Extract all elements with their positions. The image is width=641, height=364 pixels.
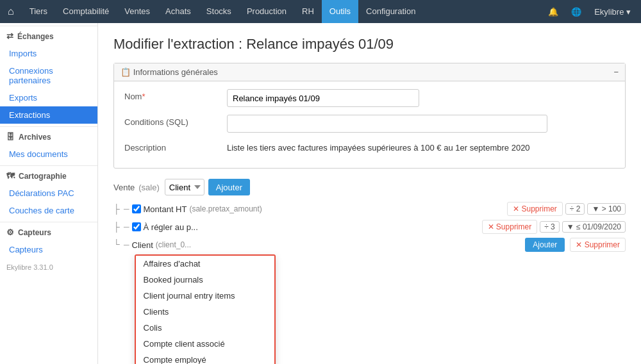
client-supprimer-btn[interactable]: ✕ Supprimer xyxy=(570,238,626,252)
echanges-label: Échanges xyxy=(17,32,54,41)
dropdown-item[interactable]: Client journal entry items xyxy=(136,288,274,304)
description-value: Liste les tiers avec factures impayées s… xyxy=(227,140,615,153)
info-panel: 📋 Informations générales − Nom* Conditio… xyxy=(113,63,626,169)
conditions-label: Conditions (SQL) xyxy=(124,115,227,127)
dropdown-item[interactable]: Colis xyxy=(136,320,274,336)
sidebar-item-extractions[interactable]: Extractions xyxy=(0,106,97,124)
nav-ventes[interactable]: Ventes xyxy=(117,0,158,23)
montant-checkbox[interactable] xyxy=(132,204,141,213)
a-regler-label: À régler au p... xyxy=(144,222,198,232)
info-panel-body: Nom* Conditions (SQL) Description Liste … xyxy=(114,81,625,168)
dropdown-item[interactable]: Compte client associé xyxy=(136,336,274,352)
user-menu[interactable]: Ekylibre ▾ xyxy=(589,7,636,17)
capteurs-label: Capteurs xyxy=(18,228,51,237)
montant-actions: ✕ Supprimer ÷ 2 ▼ > 100 xyxy=(507,202,626,216)
globe-icon[interactable]: 🌐 xyxy=(566,7,587,17)
sidebar-section-archives[interactable]: 🗄 Archives xyxy=(0,126,97,145)
info-panel-title: 📋 Informations générales xyxy=(121,67,218,77)
nav-rh[interactable]: RH xyxy=(294,0,322,23)
cartographie-icon: 🗺 xyxy=(6,171,15,181)
sidebar-item-mes-documents[interactable]: Mes documents xyxy=(0,145,97,163)
sidebar-item-couches-de-carte[interactable]: Couches de carte xyxy=(0,202,97,219)
description-row: Description Liste les tiers avec facture… xyxy=(124,140,615,153)
info-panel-header[interactable]: 📋 Informations générales − xyxy=(114,63,625,81)
tree-container: ├ ─ Montant HT (sale.pretax_amount) ✕ Su… xyxy=(113,202,626,364)
sidebar-section-echanges[interactable]: ⇄ Échanges xyxy=(0,26,97,45)
echanges-icon: ⇄ xyxy=(6,31,13,41)
sidebar-section-capteurs[interactable]: ⚙ Capteurs xyxy=(0,222,97,241)
sidebar-item-exports[interactable]: Exports xyxy=(0,89,97,106)
dropdown-item[interactable]: Affaires d'achat xyxy=(136,256,274,272)
montant-meta: (sale.pretax_amount) xyxy=(189,204,262,213)
description-label: Description xyxy=(124,140,227,153)
client-select[interactable]: Client xyxy=(165,179,204,195)
sidebar-item-connexions[interactable]: Connexions partenaires xyxy=(0,62,97,89)
nav-right-icons: 🔔 🌐 Ekylibre ▾ xyxy=(543,7,641,17)
a-regler-supprimer-btn[interactable]: ✕ Supprimer xyxy=(482,220,538,234)
client-label: Client xyxy=(132,240,153,250)
nav-stocks[interactable]: Stocks xyxy=(199,0,239,23)
nav-production[interactable]: Production xyxy=(239,0,294,23)
nom-label: Nom* xyxy=(124,89,227,101)
nav-configuration[interactable]: Configuration xyxy=(358,0,423,23)
a-regler-checkbox[interactable] xyxy=(132,222,141,231)
nom-input[interactable] xyxy=(227,89,419,107)
version-label: Ekylibre 3.31.0 xyxy=(0,258,97,276)
capteurs-section-icon: ⚙ xyxy=(6,228,14,237)
page-title: Modifier l'extraction : Relance impayés … xyxy=(113,36,626,53)
montant-filter-badge: ▼ > 100 xyxy=(587,203,626,215)
collapse-icon[interactable]: − xyxy=(613,67,619,77)
top-navigation: ⌂ Tiers Comptabilité Ventes Achats Stock… xyxy=(0,0,641,23)
nav-tiers[interactable]: Tiers xyxy=(22,0,55,23)
a-regler-filter-badge: ▼ ≤ 01/09/2020 xyxy=(562,221,626,233)
nav-outils[interactable]: Outils xyxy=(322,0,358,23)
sale-label: (sale) xyxy=(138,183,160,192)
nom-row: Nom* xyxy=(124,89,615,107)
vente-label: Vente xyxy=(113,183,135,192)
client-meta: (client_0... xyxy=(156,240,191,249)
conditions-row: Conditions (SQL) xyxy=(124,115,615,133)
dropdown-item[interactable]: Clients xyxy=(136,304,274,320)
nav-achats[interactable]: Achats xyxy=(158,0,199,23)
montant-label: Montant HT xyxy=(144,204,187,214)
a-regler-actions: ✕ Supprimer ÷ 3 ▼ ≤ 01/09/2020 xyxy=(482,220,626,234)
dropdown-item[interactable]: Booked journals xyxy=(136,272,274,288)
cartographie-label: Cartographie xyxy=(19,172,67,181)
montant-supprimer-btn[interactable]: ✕ Supprimer xyxy=(507,202,563,216)
ajouter-button[interactable]: Ajouter xyxy=(208,179,250,195)
home-icon[interactable]: ⌂ xyxy=(0,6,22,17)
dropdown-list: Affaires d'achatBooked journalsClient jo… xyxy=(136,256,274,364)
client-ajouter-btn[interactable]: Ajouter xyxy=(525,238,565,252)
sidebar-item-imports[interactable]: Imports xyxy=(0,45,97,62)
tree-row-client: └ ─ Client (client_0... Ajouter ✕ Suppri… xyxy=(113,238,626,364)
montant-sort-badge: ÷ 2 xyxy=(565,203,585,215)
conditions-input[interactable] xyxy=(227,115,547,133)
tree-row-a-regler: ├ ─ À régler au p... ✕ Supprimer ÷ 3 ▼ ≤… xyxy=(113,220,626,234)
sidebar-item-capteurs[interactable]: Capteurs xyxy=(0,241,97,258)
sidebar-section-cartographie[interactable]: 🗺 Cartographie xyxy=(0,165,97,185)
nav-comptabilite[interactable]: Comptabilité xyxy=(55,0,117,23)
sidebar-item-declarations-pac[interactable]: Déclarations PAC xyxy=(0,185,97,202)
dropdown-item[interactable]: Compte employé xyxy=(136,352,274,364)
sidebar: ⇄ Échanges Imports Connexions partenaire… xyxy=(0,23,98,364)
archives-icon: 🗄 xyxy=(6,132,15,142)
filter-row: Vente (sale) Client Ajouter xyxy=(113,179,626,195)
dropdown-menu: Affaires d'achatBooked journalsClient jo… xyxy=(135,254,276,364)
main-content: Modifier l'extraction : Relance impayés … xyxy=(98,23,641,364)
notification-bell-icon[interactable]: 🔔 xyxy=(543,7,563,17)
client-actions: Ajouter ✕ Supprimer xyxy=(525,238,626,252)
archives-label: Archives xyxy=(19,133,51,142)
a-regler-sort-badge: ÷ 3 xyxy=(540,221,560,233)
tree-row-montant: ├ ─ Montant HT (sale.pretax_amount) ✕ Su… xyxy=(113,202,626,216)
